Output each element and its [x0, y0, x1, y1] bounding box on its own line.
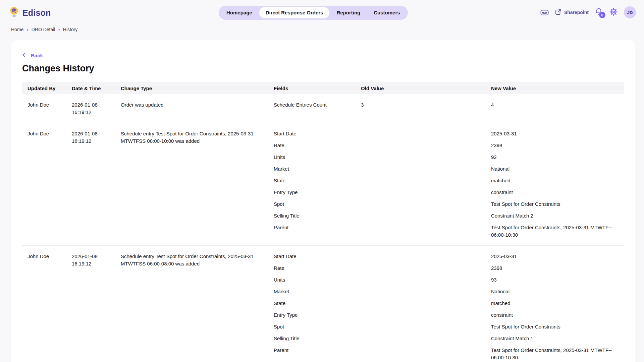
change-line: Market National — [274, 165, 624, 173]
new-value: Test Spot for Order Constraints — [491, 200, 624, 208]
nav-tab-direct-response-orders[interactable]: Direct Response Orders — [259, 7, 330, 18]
cell-updated-by: John Doe — [22, 130, 72, 239]
new-value: constraint — [491, 311, 624, 319]
field-name: Parent — [274, 224, 361, 239]
new-value: National — [491, 165, 624, 173]
new-value: 2025-03-31 — [491, 253, 624, 260]
col-fields: Fields — [274, 85, 361, 91]
table-header: Updated By Date & Time Change Type Field… — [22, 82, 624, 94]
table-row: John Doe 2026-01-08 16:19:12 Schedule en… — [22, 123, 624, 246]
back-label: Back — [31, 53, 43, 58]
nav-tab-reporting[interactable]: Reporting — [330, 7, 367, 18]
table-row: John Doe 2026-01-08 16:19:12 Schedule en… — [22, 246, 624, 362]
change-line: Entry Type constraint — [274, 189, 624, 196]
old-value — [361, 276, 491, 284]
sharepoint-label: Sharepoint — [564, 10, 589, 15]
new-value: Constraint Match 1 — [491, 335, 624, 342]
new-value: matched — [491, 300, 624, 307]
changes-history-table: Updated By Date & Time Change Type Field… — [22, 82, 624, 362]
top-actions: Sharepoint 0 — [540, 6, 636, 18]
field-name: Entry Type — [274, 311, 361, 319]
changes-history-card: Back Changes History Updated By Date & T… — [11, 40, 635, 362]
back-button[interactable]: Back — [22, 53, 43, 58]
old-value — [361, 264, 491, 272]
table-row: John Doe 2026-01-08 16:19:12 Order was u… — [22, 94, 624, 123]
old-value — [361, 253, 491, 260]
cell-change-type: Order was updated — [121, 101, 274, 116]
back-arrow-icon — [22, 53, 28, 58]
field-name: Selling Title — [274, 335, 361, 342]
field-name: Rate — [274, 142, 361, 149]
change-line: State matched — [274, 177, 624, 184]
change-line: Parent Test Spot for Order Constraints, … — [274, 224, 624, 239]
nav-tab-customers[interactable]: Customers — [367, 7, 406, 18]
cell-changes: Schedule Entries Count 3 4 — [274, 101, 624, 116]
change-line: Rate 2398 — [274, 142, 624, 149]
field-name: State — [274, 177, 361, 184]
change-line: Rate 2398 — [274, 264, 624, 272]
change-line: Selling Title Constraint Match 2 — [274, 212, 624, 220]
cell-date-time: 2026-01-08 16:19:12 — [72, 130, 121, 239]
change-line: Start Date 2025-03-31 — [274, 130, 624, 137]
old-value — [361, 311, 491, 319]
new-value: matched — [491, 177, 624, 184]
change-line: Market National — [274, 288, 624, 295]
change-line: Start Date 2025-03-31 — [274, 253, 624, 260]
change-line: Schedule Entries Count 3 4 — [274, 101, 624, 109]
brand[interactable]: Edison — [9, 6, 51, 19]
old-value — [361, 212, 491, 220]
change-line: Units 92 — [274, 154, 624, 161]
notifications-button[interactable]: 0 — [595, 7, 603, 17]
old-value — [361, 130, 491, 137]
avatar[interactable]: JD — [624, 6, 636, 18]
field-name: State — [274, 300, 361, 307]
old-value — [361, 177, 491, 184]
new-value: Test Spot for Order Constraints — [491, 323, 624, 330]
change-line: Spot Test Spot for Order Constraints — [274, 323, 624, 330]
old-value — [361, 300, 491, 307]
old-value — [361, 165, 491, 173]
breadcrumb-item: History — [63, 27, 78, 32]
change-line: Units 93 — [274, 276, 624, 284]
cell-change-type: Schedule entry Test Spot for Order Const… — [121, 130, 274, 239]
breadcrumb-item[interactable]: Home — [11, 27, 23, 32]
change-line: Selling Title Constraint Match 1 — [274, 335, 624, 342]
change-line: Spot Test Spot for Order Constraints — [274, 200, 624, 208]
new-value: Test Spot for Order Constraints, 2025-03… — [491, 224, 624, 239]
date-value: 2026-01-08 — [72, 253, 121, 260]
cell-updated-by: John Doe — [22, 101, 72, 116]
time-value: 16:19:12 — [72, 137, 121, 145]
sharepoint-link[interactable]: Sharepoint — [555, 8, 589, 17]
table-body: John Doe 2026-01-08 16:19:12 Order was u… — [22, 94, 624, 362]
field-name: Start Date — [274, 253, 361, 260]
field-name: Selling Title — [274, 212, 361, 220]
col-new-value: New Value — [491, 85, 624, 91]
col-old-value: Old Value — [361, 85, 491, 91]
time-value: 16:19:12 — [72, 109, 121, 116]
cell-changes: Start Date 2025-03-31 Rate 2398 Units 92… — [274, 130, 624, 239]
field-name: Schedule Entries Count — [274, 101, 361, 109]
settings-button[interactable] — [609, 8, 618, 17]
cell-change-type: Schedule entry Test Spot for Order Const… — [121, 253, 274, 361]
field-name: Rate — [274, 264, 361, 272]
external-link-icon — [555, 8, 562, 17]
field-name: Units — [274, 276, 361, 284]
chevron-right-icon: › — [58, 27, 60, 32]
new-value: 2398 — [491, 142, 624, 149]
old-value — [361, 200, 491, 208]
brand-name: Edison — [22, 8, 51, 18]
change-line: State matched — [274, 300, 624, 307]
top-bar: Edison HomepageDirect Response OrdersRep… — [0, 0, 644, 24]
field-name: Parent — [274, 347, 361, 361]
date-value: 2026-01-08 — [72, 101, 121, 109]
old-value — [361, 189, 491, 196]
field-name: Entry Type — [274, 189, 361, 196]
keyboard-icon[interactable] — [540, 9, 549, 16]
date-value: 2026-01-08 — [72, 130, 121, 137]
chevron-right-icon: › — [26, 27, 28, 32]
new-value: National — [491, 288, 624, 295]
breadcrumb-item[interactable]: DRO Detail — [32, 27, 55, 32]
field-name: Market — [274, 165, 361, 173]
old-value — [361, 154, 491, 161]
nav-tab-homepage[interactable]: Homepage — [220, 7, 259, 18]
